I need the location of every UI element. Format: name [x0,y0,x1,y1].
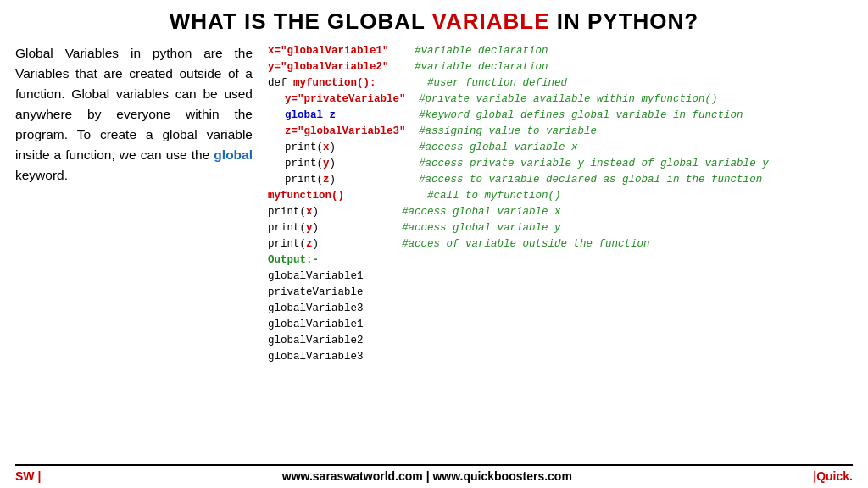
code-text: print(z) [268,236,319,252]
code-text: print(z) [285,172,336,188]
code-line-6: z="globalVariable3" #assigning value to … [268,124,853,140]
site2-label[interactable]: www.quickboosters.com [432,469,571,483]
output-value: globalVariable1 [268,269,364,285]
code-line-9: print(z) #access to variable declared as… [268,172,853,188]
sw-label: SW | [15,469,41,483]
code-text: global z [285,108,336,124]
code-text: x="globalVariable1" [268,43,389,59]
output-line-1: globalVariable1 [268,269,853,285]
code-comment: #access global variable y [326,220,561,236]
code-comment: #variable declaration [396,43,548,59]
code-comment: #call to myfunction() [351,188,561,204]
code-comment: #access to variable declared as global i… [342,172,762,188]
output-value: privateVariable [268,285,364,301]
global-keyword-link[interactable]: global [214,147,253,162]
code-text: y="privateVariable" [285,92,406,108]
output-label-line: Output:- [268,252,853,269]
content-area: Global Variables in python are the Varia… [15,43,853,461]
output-value: globalVariable3 [268,301,364,317]
description-suffix: keyword. [15,168,68,182]
code-comment: #variable declaration [396,59,548,75]
site1-label[interactable]: www.saraswatworld.com [282,469,423,483]
code-text: y="globalVariable2" [268,59,389,75]
code-line-3: def myfunction(): #user function defined [268,75,853,92]
code-line-12: print(y) #access global variable y [268,220,853,236]
code-line-10: myfunction() #call to myfunction() [268,188,853,204]
title-highlight: VARIABLE [432,8,550,34]
code-text: z="globalVariable3" [285,124,406,140]
output-value: globalVariable2 [268,333,364,349]
page-title: WHAT IS THE GLOBAL VARIABLE IN PYTHON? [15,8,853,35]
code-text: myfunction() [268,188,344,204]
title-prefix: WHAT IS THE GLOBAL [170,8,432,34]
code-line-7: print(x) #access global variable x [268,140,853,156]
code-comment: #assigning value to variable [413,124,598,140]
footer-quick: |Quick. [813,469,853,483]
code-comment: #access private variable y instead of gl… [342,156,769,172]
description-text: Global Variables in python are the Varia… [15,46,253,162]
code-line-8: print(y) #access private variable y inst… [268,156,853,172]
output-line-5: globalVariable2 [268,333,853,349]
output-line-6: globalVariable3 [268,349,853,365]
output-value: globalVariable3 [268,349,364,365]
left-panel: Global Variables in python are the Varia… [15,43,253,461]
output-line-2: privateVariable [268,285,853,301]
code-text: def myfunction(): [268,75,376,92]
title-suffix: IN PYTHON? [550,8,699,34]
code-text: print(x) [268,204,319,220]
code-line-2: y="globalVariable2" #variable declaratio… [268,59,853,75]
code-line-4: y="privateVariable" #private variable av… [268,92,853,108]
right-panel: x="globalVariable1" #variable declaratio… [268,43,853,461]
code-line-11: print(x) #access global variable x [268,204,853,220]
code-comment: #user function defined [383,75,568,92]
separator1: | [423,469,433,483]
footer-center: www.saraswatworld.com | www.quickbooster… [282,469,572,483]
code-comment: #access global variable x [326,204,561,220]
code-comment: #acces of variable outside the function [326,236,650,252]
code-line-13: print(z) #acces of variable outside the … [268,236,853,252]
code-line-5: global z #keyword global defines global … [268,108,853,124]
footer: SW | www.saraswatworld.com | www.quickbo… [15,464,853,483]
main-container: WHAT IS THE GLOBAL VARIABLE IN PYTHON? G… [0,0,868,488]
code-text: print(x) [285,140,336,156]
code-comment: #keyword global defines global variable … [342,108,743,124]
code-line-1: x="globalVariable1" #variable declaratio… [268,43,853,59]
code-comment: #private variable available within myfun… [413,92,718,108]
output-line-3: globalVariable3 [268,301,853,317]
code-text: print(y) [285,156,336,172]
code-text: print(y) [268,220,319,236]
code-comment: #access global variable x [342,140,578,156]
output-line-4: globalVariable1 [268,317,853,333]
output-label: Output:- [268,252,319,269]
footer-sw: SW | [15,469,41,483]
output-value: globalVariable1 [268,317,364,333]
